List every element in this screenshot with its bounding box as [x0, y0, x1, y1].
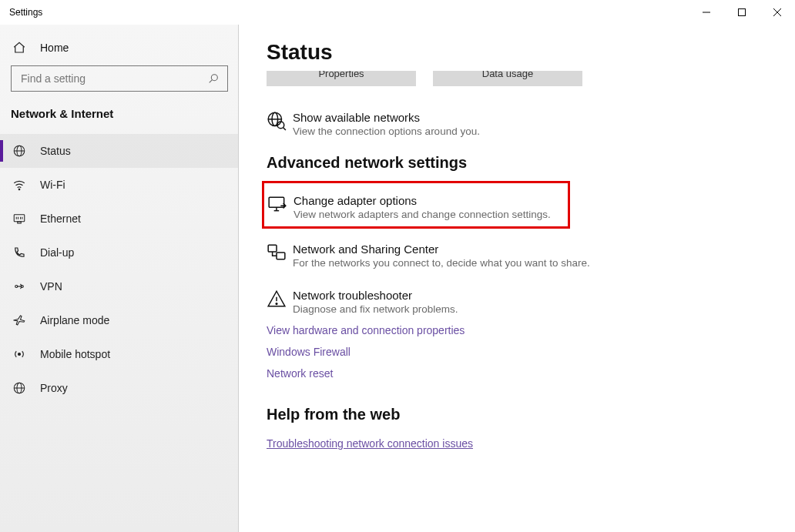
sidebar-item-label: Ethernet [40, 212, 81, 225]
show-networks-link[interactable]: Show available networks View the connect… [267, 108, 767, 137]
link-desc: Diagnose and fix network problems. [293, 303, 458, 315]
svg-line-27 [283, 128, 286, 130]
sidebar-item-label: Airplane mode [40, 314, 109, 326]
sidebar: Home Network & Internet Status Wi-Fi E [0, 25, 239, 532]
troubleshooter-link[interactable]: Network troubleshooter Diagnose and fix … [267, 286, 767, 315]
link-desc: View the connection options around you. [293, 125, 480, 137]
proxy-icon [11, 381, 28, 395]
advanced-section-title: Advanced network settings [267, 154, 767, 172]
svg-point-19 [18, 353, 21, 356]
search-box[interactable] [11, 65, 228, 92]
search-icon [207, 72, 220, 85]
sidebar-item-hotspot[interactable]: Mobile hotspot [0, 337, 239, 371]
svg-rect-11 [18, 222, 22, 223]
sidebar-group-title: Network & Internet [0, 102, 239, 134]
network-reset-link[interactable]: Network reset [267, 367, 767, 380]
sidebar-item-dialup[interactable]: Dial-up [0, 236, 239, 269]
data-usage-button[interactable]: Data usage [433, 71, 582, 86]
hardware-properties-link[interactable]: View hardware and connection properties [267, 324, 767, 336]
sidebar-item-vpn[interactable]: VPN [0, 269, 239, 303]
sidebar-item-label: VPN [40, 280, 62, 293]
link-title: Network troubleshooter [293, 289, 458, 302]
globe-search-icon [267, 111, 293, 131]
home-nav[interactable]: Home [0, 36, 239, 65]
main-content: Status Properties Data usage Show availa… [239, 25, 795, 532]
wifi-icon [11, 178, 28, 192]
search-input[interactable] [19, 72, 207, 85]
svg-rect-32 [277, 253, 285, 259]
airplane-icon [11, 313, 28, 327]
hotspot-icon [11, 347, 28, 361]
highlighted-box: Change adapter options View network adap… [262, 181, 570, 229]
sidebar-item-status[interactable]: Status [0, 134, 239, 168]
sidebar-item-label: Wi-Fi [40, 179, 65, 191]
page-title: Status [267, 40, 767, 65]
window-title: Settings [9, 7, 42, 18]
svg-rect-31 [268, 245, 277, 252]
help-section-title: Help from the web [267, 406, 767, 423]
sidebar-item-ethernet[interactable]: Ethernet [0, 202, 239, 236]
home-icon [11, 41, 28, 55]
link-title: Change adapter options [294, 194, 551, 207]
warning-icon [267, 289, 293, 309]
svg-point-16 [15, 286, 18, 288]
phone-icon [11, 246, 28, 259]
button-row: Properties Data usage [267, 71, 767, 86]
link-desc: View network adapters and change connect… [294, 209, 551, 220]
change-adapter-link[interactable]: Change adapter options View network adap… [267, 191, 565, 220]
link-desc: For the networks you connect to, decide … [293, 257, 590, 269]
properties-button[interactable]: Properties [267, 71, 416, 86]
titlebar: Settings [0, 0, 795, 25]
sidebar-item-proxy[interactable]: Proxy [0, 371, 239, 405]
svg-point-34 [276, 303, 277, 305]
vpn-icon [11, 279, 28, 293]
sidebar-item-wifi[interactable]: Wi-Fi [0, 168, 239, 202]
firewall-link[interactable]: Windows Firewall [267, 346, 767, 358]
network-share-icon [267, 243, 293, 263]
monitor-icon [267, 194, 294, 214]
svg-rect-10 [14, 215, 25, 222]
sidebar-item-label: Dial-up [40, 246, 74, 259]
sidebar-item-label: Proxy [40, 382, 68, 394]
link-title: Network and Sharing Center [293, 243, 590, 256]
sidebar-item-airplane[interactable]: Airplane mode [0, 303, 239, 337]
sharing-center-link[interactable]: Network and Sharing Center For the netwo… [267, 239, 767, 269]
ethernet-icon [11, 212, 28, 226]
maximize-button[interactable] [724, 0, 760, 25]
help-link[interactable]: Troubleshooting network connection issue… [267, 437, 767, 450]
minimize-button[interactable] [689, 0, 724, 25]
globe-icon [11, 144, 28, 158]
svg-point-9 [18, 189, 20, 190]
close-button[interactable] [760, 0, 795, 25]
svg-line-5 [210, 79, 213, 82]
svg-rect-1 [739, 9, 746, 16]
link-title: Show available networks [293, 111, 480, 124]
sidebar-item-label: Mobile hotspot [40, 348, 110, 360]
home-label: Home [40, 42, 69, 54]
sidebar-item-label: Status [40, 145, 71, 157]
